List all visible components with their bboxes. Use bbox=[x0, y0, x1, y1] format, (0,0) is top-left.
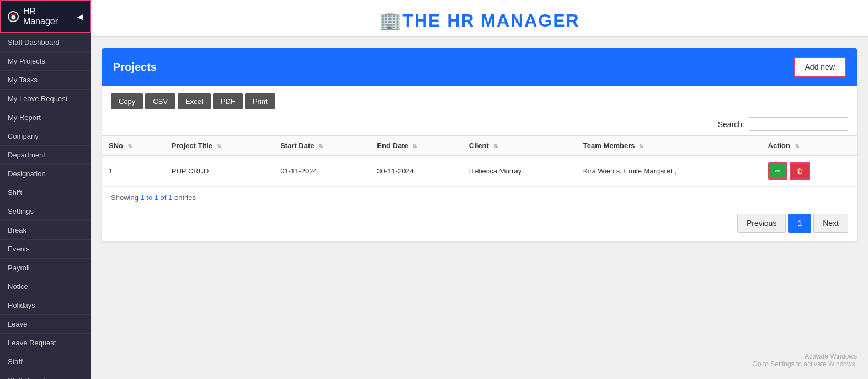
sort-icon: ⇅ bbox=[412, 143, 417, 149]
main-content: 🏢THE HR MANAGER Projects Add new Copy CS… bbox=[91, 0, 868, 379]
col-header-start_date: Start Date ⇅ bbox=[274, 136, 370, 156]
cell-sno: 1 bbox=[102, 156, 165, 187]
action-buttons: ✏ 🗑 bbox=[768, 162, 850, 180]
sidebar-item-leave[interactable]: Leave bbox=[0, 315, 91, 334]
projects-header: Projects Add new bbox=[102, 48, 857, 86]
sidebar-header[interactable]: ⏰ HR Manager ◀ bbox=[0, 0, 91, 33]
sidebar-item-staff-dashboard[interactable]: Staff Dashboard bbox=[0, 33, 91, 52]
col-header-project_title: Project Title ⇅ bbox=[165, 136, 274, 156]
sidebar-item-my-report[interactable]: My Report bbox=[0, 108, 91, 127]
print-button[interactable]: Print bbox=[245, 93, 275, 109]
sidebar-item-events[interactable]: Events bbox=[0, 240, 91, 259]
col-header-action: Action ⇅ bbox=[762, 136, 857, 156]
copy-button[interactable]: Copy bbox=[111, 93, 143, 109]
sidebar-item-staff[interactable]: Staff bbox=[0, 352, 91, 371]
sort-icon: ⇅ bbox=[217, 143, 221, 149]
sidebar-item-settings[interactable]: Settings bbox=[0, 202, 91, 221]
sidebar-item-department[interactable]: Department bbox=[0, 146, 91, 165]
projects-card: Projects Add new Copy CSV Excel PDF Prin… bbox=[102, 48, 857, 241]
arrow-icon: ◀ bbox=[77, 12, 83, 21]
sidebar-item-notice[interactable]: Notice bbox=[0, 277, 91, 296]
add-new-button[interactable]: Add new bbox=[794, 57, 846, 77]
content-area: Projects Add new Copy CSV Excel PDF Prin… bbox=[91, 37, 868, 252]
search-label: Search: bbox=[718, 120, 744, 129]
app-title: HR Manager bbox=[23, 7, 73, 27]
col-header-sno: SNo ⇅ bbox=[102, 136, 165, 156]
showing-range: 1 to 1 of 1 bbox=[140, 193, 172, 202]
table-footer: Showing 1 to 1 of 1 entries bbox=[102, 187, 857, 208]
sidebar-item-company[interactable]: Company bbox=[0, 127, 91, 146]
page-1-button[interactable]: 1 bbox=[788, 214, 811, 233]
projects-title: Projects bbox=[113, 61, 157, 73]
header-title-text: THE HR MANAGER bbox=[402, 10, 579, 30]
sort-icon: ⇅ bbox=[639, 143, 643, 149]
activation-watermark: Activate Windows Go to Settings to activ… bbox=[753, 352, 857, 368]
delete-button[interactable]: 🗑 bbox=[790, 162, 810, 180]
previous-button[interactable]: Previous bbox=[737, 214, 786, 233]
sidebar-items-container: Staff DashboardMy ProjectsMy TasksMy Lea… bbox=[0, 33, 91, 379]
sidebar-item-leave-request[interactable]: Leave Request bbox=[0, 334, 91, 352]
cell-client: Rebecca Murray bbox=[462, 156, 577, 187]
sidebar-item-shift[interactable]: Shift bbox=[0, 183, 91, 202]
sort-icon: ⇅ bbox=[795, 143, 799, 149]
edit-button[interactable]: ✏ bbox=[768, 162, 787, 180]
table-row: 1PHP CRUD01-11-202430-11-2024Rebecca Mur… bbox=[102, 156, 857, 187]
col-header-team_members: Team Members ⇅ bbox=[577, 136, 762, 156]
next-button[interactable]: Next bbox=[813, 214, 848, 233]
cell-action: ✏ 🗑 bbox=[762, 156, 857, 187]
sidebar: ⏰ HR Manager ◀ Staff DashboardMy Project… bbox=[0, 0, 91, 379]
col-header-client: Client ⇅ bbox=[462, 136, 577, 156]
watermark-line1: Activate Windows bbox=[753, 352, 857, 360]
pagination: Previous 1 Next bbox=[102, 208, 857, 241]
cell-project_title: PHP CRUD bbox=[165, 156, 274, 187]
watermark-line2: Go to Settings to activate Windows. bbox=[753, 360, 857, 368]
header-title: 🏢THE HR MANAGER bbox=[91, 10, 868, 31]
cell-end_date: 30-11-2024 bbox=[370, 156, 462, 187]
col-header-end_date: End Date ⇅ bbox=[370, 136, 462, 156]
sort-icon: ⇅ bbox=[318, 143, 323, 149]
sidebar-item-holidays[interactable]: Holidays bbox=[0, 296, 91, 315]
search-input[interactable] bbox=[749, 117, 848, 131]
cell-team_members: Kira Wien s, Emile Margaret , bbox=[577, 156, 762, 187]
projects-table: SNo ⇅Project Title ⇅Start Date ⇅End Date… bbox=[102, 135, 857, 187]
sidebar-item-break[interactable]: Break bbox=[0, 221, 91, 240]
sidebar-item-my-tasks[interactable]: My Tasks bbox=[0, 71, 91, 90]
cell-start_date: 01-11-2024 bbox=[274, 156, 370, 187]
sidebar-item-payroll[interactable]: Payroll bbox=[0, 259, 91, 277]
sort-icon: ⇅ bbox=[127, 143, 132, 149]
sidebar-item-my-projects[interactable]: My Projects bbox=[0, 52, 91, 71]
table-header-row: SNo ⇅Project Title ⇅Start Date ⇅End Date… bbox=[102, 136, 857, 156]
clock-icon: ⏰ bbox=[8, 11, 19, 22]
search-row: Search: bbox=[102, 117, 857, 135]
sort-icon: ⇅ bbox=[493, 143, 498, 149]
pdf-button[interactable]: PDF bbox=[213, 93, 243, 109]
excel-button[interactable]: Excel bbox=[178, 93, 211, 109]
showing-suffix: entries bbox=[172, 193, 196, 202]
sidebar-item-my-leave-request[interactable]: My Leave Request bbox=[0, 90, 91, 108]
sidebar-item-designation[interactable]: Designation bbox=[0, 165, 91, 183]
page-header: 🏢THE HR MANAGER bbox=[91, 0, 868, 37]
csv-button[interactable]: CSV bbox=[145, 93, 175, 109]
showing-text: Showing bbox=[111, 193, 140, 202]
table-body: 1PHP CRUD01-11-202430-11-2024Rebecca Mur… bbox=[102, 156, 857, 187]
sidebar-item-staff-report[interactable]: Staff Report bbox=[0, 371, 91, 379]
table-toolbar: Copy CSV Excel PDF Print bbox=[102, 86, 857, 117]
building-icon: 🏢 bbox=[379, 10, 402, 30]
